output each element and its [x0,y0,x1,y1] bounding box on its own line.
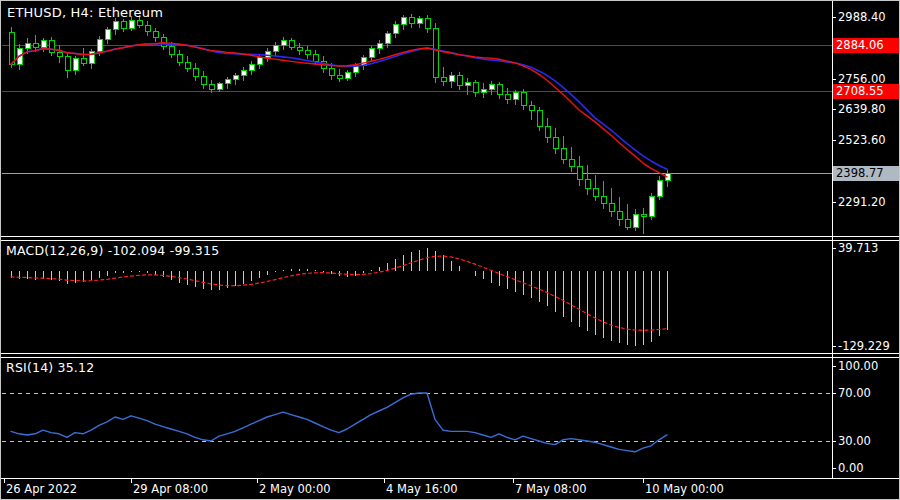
bull-candle [273,45,278,51]
bear-candle [585,179,590,188]
bull-candle [97,39,102,51]
bear-candle [289,41,294,47]
bear-candle [153,32,158,38]
bull-candle [113,22,118,30]
bull-candle [369,49,374,58]
bear-candle [641,215,646,217]
bull-candle [481,89,486,92]
bear-candle [569,159,574,167]
bull-candle [649,196,654,216]
rsi-indicator-label: RSI(14) 35.12 [6,360,94,375]
bear-candle [425,19,430,29]
bull-candle [345,73,350,78]
bull-candle [377,43,382,49]
bear-candle [329,68,334,75]
bull-candle [217,84,222,90]
bear-candle [625,220,630,227]
macd-axis-label: -129.229 [838,339,890,353]
bear-candle [577,167,582,179]
price-axis-label: 2523.60 [838,133,886,147]
level-price-badge: 2708.55 [833,84,899,99]
bull-candle [633,215,638,227]
rsi-line [11,393,667,452]
rsi-axis-label: 0.00 [838,461,864,475]
bull-candle [465,82,470,86]
bear-candle [561,148,566,159]
bear-candle [145,25,150,32]
bull-candle [449,75,454,81]
bull-candle [241,70,246,75]
bear-candle [457,75,462,86]
bull-candle [393,25,398,34]
price-axis-label: 2988.40 [838,10,886,24]
time-axis-label: 10 May 00:00 [645,482,724,496]
price-axis-label: 2639.80 [838,102,886,116]
rsi-axis-label: 30.00 [838,434,871,448]
time-axis-label: 26 Apr 2022 [6,482,77,496]
bull-candle [233,75,238,79]
bear-candle [9,32,14,64]
ma-line-fast [11,43,667,177]
macd-indicator-label: MACD(12,26,9) -102.094 -99.315 [6,243,219,258]
ma-line-slow [11,44,667,169]
rsi-axis-label: 70.00 [838,386,871,400]
bear-candle [505,95,510,100]
price-axis-label: 2291.20 [838,195,886,209]
bull-candle [41,40,46,47]
time-axis-label: 2 May 00:00 [259,482,331,496]
time-axis-label: 4 May 16:00 [386,482,458,496]
bull-candle [489,85,494,90]
bear-candle [201,77,206,85]
bear-candle [65,56,70,71]
bear-candle [57,52,62,56]
bear-candle [185,62,190,68]
bear-candle [161,38,166,46]
bull-candle [89,51,94,64]
time-axis-label: 7 May 08:00 [515,482,587,496]
bear-candle [593,188,598,196]
bear-candle [305,50,310,55]
bull-candle [25,43,30,48]
bear-candle [601,196,606,203]
bull-candle [281,41,286,45]
symbol-title: ETHUSD, H4: Ethereum [7,5,163,20]
bear-candle [313,55,318,61]
macd-signal-line [11,256,667,330]
bear-candle [617,211,622,220]
bear-candle [433,28,438,77]
time-axis-label: 29 Apr 08:00 [133,482,208,496]
bull-candle [225,80,230,84]
trading-chart-window: ETHUSD, H4: Ethereum MACD(12,26,9) -102.… [0,0,900,500]
bull-candle [385,34,390,43]
bear-candle [137,21,142,26]
bear-candle [441,77,446,81]
rsi-axis-label: 100.00 [838,359,878,373]
macd-axis-label: 39.713 [838,241,878,255]
bear-candle [169,46,174,54]
last-price-badge: 2398.77 [833,166,899,181]
bull-candle [513,93,518,100]
bear-candle [33,43,38,47]
bear-candle [297,47,302,50]
bear-candle [209,85,214,90]
bull-candle [657,180,662,196]
bear-candle [409,18,414,24]
bull-candle [129,21,134,29]
bear-candle [193,68,198,77]
bear-candle [609,203,614,211]
bull-candle [401,18,406,25]
bear-candle [121,22,126,29]
bear-candle [545,126,550,137]
bear-candle [497,85,502,95]
bull-candle [257,58,262,65]
bear-candle [521,93,526,105]
bull-candle [417,19,422,24]
bear-candle [537,111,542,127]
bear-candle [177,54,182,62]
bull-candle [73,59,78,71]
bear-candle [473,82,478,92]
bear-candle [81,59,86,64]
bear-candle [553,138,558,149]
bull-candle [105,30,110,39]
level-price-badge: 2884.06 [833,38,899,53]
